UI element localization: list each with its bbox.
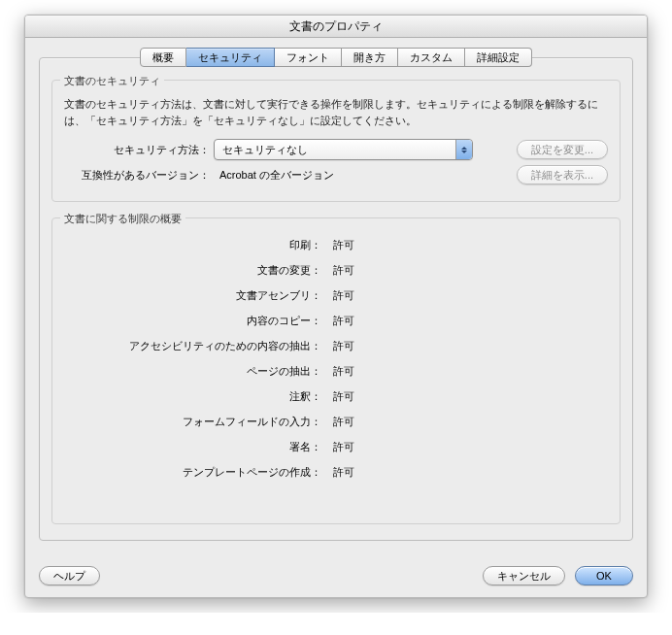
restriction-label: 文書の変更：	[64, 263, 325, 278]
restriction-label: ページの抽出：	[64, 364, 325, 379]
button-label: 詳細を表示...	[531, 169, 593, 181]
restriction-label: 内容のコピー：	[64, 314, 325, 328]
show-details-button[interactable]: 詳細を表示...	[517, 165, 608, 184]
group-restrictions-summary: 文書に関する制限の概要 印刷：許可 文書の変更：許可 文書アセンブリ：許可 内容…	[51, 217, 621, 524]
security-description: 文書のセキュリティ方法は、文書に対して実行できる操作を制限します。セキュリティに…	[64, 96, 608, 129]
restriction-label: 注釈：	[64, 389, 325, 404]
tab-label: カスタム	[410, 51, 453, 63]
cancel-button[interactable]: キャンセル	[483, 566, 565, 585]
security-method-value: セキュリティなし	[215, 143, 455, 157]
group-title: 文書に関する制限の概要	[60, 212, 185, 226]
group-document-security: 文書のセキュリティ 文書のセキュリティ方法は、文書に対して実行できる操作を制限し…	[51, 80, 621, 202]
titlebar: 文書のプロパティ	[25, 16, 647, 38]
tab-label: セキュリティ	[198, 51, 262, 63]
tab-security[interactable]: セキュリティ	[186, 48, 275, 67]
security-method-select[interactable]: セキュリティなし	[214, 139, 473, 160]
restriction-value: 許可	[325, 238, 354, 252]
compat-value: Acrobat の全バージョン	[214, 168, 334, 183]
dropdown-icon	[455, 140, 472, 159]
tab-advanced[interactable]: 詳細設定	[465, 48, 532, 67]
restriction-label: フォームフィールドの入力：	[64, 415, 325, 429]
tab-label: 開き方	[353, 51, 386, 63]
restriction-value: 許可	[325, 389, 354, 404]
restriction-label: アクセシビリティのための内容の抽出：	[64, 339, 325, 353]
tab-description[interactable]: 概要	[140, 48, 186, 67]
content-area: 概要 セキュリティ フォント 開き方 カスタム 詳細設定 文書のセキュリティ 文…	[25, 38, 647, 554]
button-label: 設定を変更...	[531, 144, 593, 155]
compat-label: 互換性があるバージョン：	[64, 168, 214, 183]
help-button[interactable]: ヘルプ	[39, 566, 100, 585]
panel: 文書のセキュリティ 文書のセキュリティ方法は、文書に対して実行できる操作を制限し…	[39, 57, 633, 541]
button-label: ヘルプ	[53, 570, 85, 582]
group-title: 文書のセキュリティ	[60, 74, 164, 88]
button-label: OK	[596, 570, 612, 582]
restriction-label: テンプレートページの作成：	[64, 465, 325, 480]
tab-initial-view[interactable]: 開き方	[342, 48, 398, 67]
window-title: 文書のプロパティ	[289, 19, 383, 33]
tab-label: フォント	[286, 51, 329, 63]
dialog-footer: ヘルプ キャンセル OK	[25, 554, 647, 597]
restriction-value: 許可	[325, 288, 354, 303]
restriction-label: 署名：	[64, 440, 325, 454]
tab-label: 概要	[152, 51, 174, 63]
restriction-label: 印刷：	[64, 238, 325, 252]
ok-button[interactable]: OK	[575, 566, 633, 585]
restriction-value: 許可	[325, 339, 354, 353]
tab-custom[interactable]: カスタム	[398, 48, 465, 67]
restriction-value: 許可	[325, 465, 354, 480]
dialog-window: 文書のプロパティ 概要 セキュリティ フォント 開き方 カスタム 詳細設定 文書…	[24, 15, 648, 598]
restriction-value: 許可	[325, 364, 354, 379]
restriction-label: 文書アセンブリ：	[64, 288, 325, 303]
restriction-value: 許可	[325, 415, 354, 429]
security-method-label: セキュリティ方法：	[64, 143, 214, 157]
button-label: キャンセル	[497, 570, 551, 582]
tabs: 概要 セキュリティ フォント 開き方 カスタム 詳細設定	[39, 48, 633, 67]
restriction-value: 許可	[325, 440, 354, 454]
restriction-value: 許可	[325, 263, 354, 278]
restriction-value: 許可	[325, 314, 354, 328]
change-settings-button[interactable]: 設定を変更...	[517, 140, 608, 159]
tab-fonts[interactable]: フォント	[275, 48, 342, 67]
tab-label: 詳細設定	[477, 51, 520, 63]
